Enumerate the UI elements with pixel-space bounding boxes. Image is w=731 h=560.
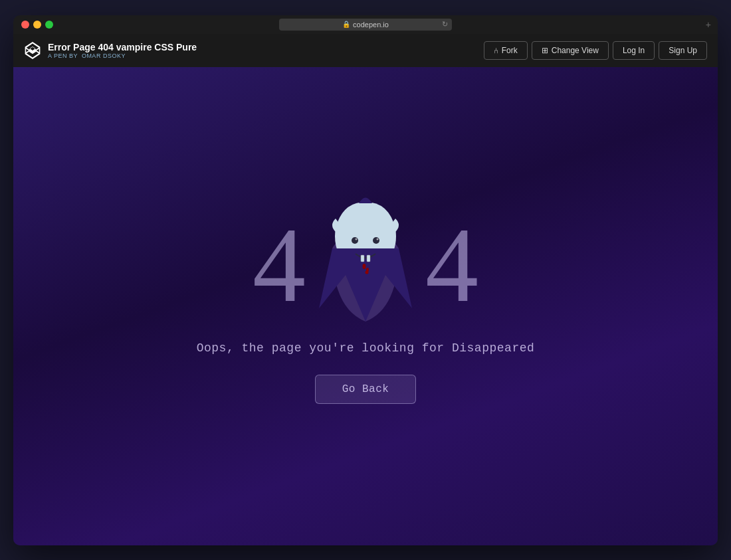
lock-icon: 🔒 [342, 21, 350, 28]
svg-rect-4 [361, 255, 364, 262]
svg-point-8 [366, 270, 369, 274]
fork-button[interactable]: ⑃ Fork [484, 41, 528, 60]
close-button[interactable] [21, 21, 29, 29]
fork-icon: ⑃ [494, 46, 498, 55]
error-message: Oops, the page you're looking for Disapp… [197, 341, 535, 355]
error-404-container: 4 [253, 209, 478, 322]
login-label: Log In [623, 46, 645, 55]
codepen-toolbar: Error Page 404 vampire CSS Pure A PEN BY… [13, 34, 718, 67]
content-area: 4 [13, 67, 718, 545]
maximize-button[interactable] [45, 21, 53, 29]
change-view-button[interactable]: ⊞ Change View [532, 41, 609, 60]
go-back-button[interactable]: Go Back [315, 375, 417, 404]
cp-actions: ⑃ Fork ⊞ Change View Log In Sign Up [484, 41, 707, 60]
pen-author[interactable]: Omar Dsoky [82, 52, 126, 59]
svg-rect-5 [367, 255, 370, 262]
digit-right: 4 [425, 212, 478, 318]
pen-subtitle-prefix: A PEN BY [48, 52, 78, 59]
signup-button[interactable]: Sign Up [659, 41, 707, 60]
svg-point-6 [363, 264, 366, 269]
url-bar[interactable]: 🔒 codepen.io ↻ [279, 19, 452, 31]
change-view-icon: ⊞ [542, 46, 548, 55]
vampire-character [312, 189, 419, 322]
pen-title: Error Page 404 vampire CSS Pure [48, 42, 197, 52]
browser-window: 🔒 codepen.io ↻ + Error Page 404 vampire … [13, 15, 718, 545]
url-text: codepen.io [353, 21, 389, 29]
login-button[interactable]: Log In [613, 41, 655, 60]
pen-author-line: A PEN BY Omar Dsoky [48, 52, 197, 59]
titlebar: 🔒 codepen.io ↻ + [13, 15, 718, 34]
traffic-lights [21, 21, 53, 29]
new-tab-button[interactable]: + [706, 19, 711, 30]
svg-point-1 [373, 237, 379, 244]
svg-point-3 [377, 238, 379, 240]
signup-label: Sign Up [669, 46, 697, 55]
digit-left: 4 [253, 212, 306, 318]
minimize-button[interactable] [33, 21, 41, 29]
fork-label: Fork [502, 46, 518, 55]
svg-point-2 [356, 238, 358, 240]
cp-logo-area: Error Page 404 vampire CSS Pure A PEN BY… [24, 42, 484, 59]
refresh-icon[interactable]: ↻ [442, 20, 448, 29]
change-view-label: Change View [552, 46, 599, 55]
codepen-logo-icon [24, 42, 41, 59]
cp-title-group: Error Page 404 vampire CSS Pure A PEN BY… [48, 42, 197, 59]
svg-point-0 [352, 237, 358, 244]
